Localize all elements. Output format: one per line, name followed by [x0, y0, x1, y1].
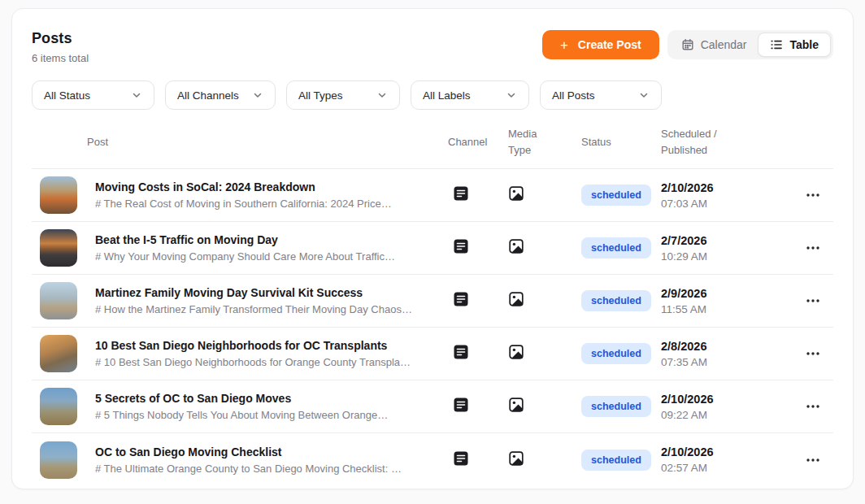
post-excerpt: # Why Your Moving Company Should Care Mo… — [95, 250, 395, 263]
chevron-down-icon — [506, 89, 517, 101]
scheduled-time: 10:29 AM — [661, 250, 801, 263]
scheduled-time: 11:55 AM — [661, 303, 801, 315]
status-badge: scheduled — [581, 396, 651, 417]
table-row[interactable]: OC to San Diego Moving Checklist # The U… — [32, 433, 833, 486]
post-excerpt: # The Ultimate Orange County to San Dieg… — [95, 463, 402, 475]
chevron-down-icon — [252, 89, 263, 101]
column-header-status: Status — [581, 134, 661, 150]
row-actions-button[interactable] — [801, 453, 825, 467]
scheduled-time: 07:03 AM — [661, 198, 801, 210]
post-thumbnail — [40, 335, 77, 372]
post-title[interactable]: Moving Costs in SoCal: 2024 Breakdown — [95, 180, 392, 193]
scheduled-date: 2/7/2026 — [661, 234, 801, 247]
post-thumbnail — [40, 388, 77, 425]
create-post-button[interactable]: + Create Post — [542, 30, 659, 59]
status-filter-dropdown[interactable]: All Status — [32, 80, 154, 110]
post-thumbnail — [40, 229, 77, 267]
column-header-scheduled: Scheduled / Published — [661, 126, 801, 159]
table-row[interactable]: 5 Secrets of OC to San Diego Moves # 5 T… — [32, 380, 833, 433]
post-excerpt: # 10 Best San Diego Neighborhoods for Or… — [95, 356, 411, 368]
channels-filter-dropdown[interactable]: All Channels — [165, 80, 276, 110]
status-badge: scheduled — [581, 290, 651, 311]
image-media-icon — [508, 450, 524, 470]
scheduled-date: 2/8/2026 — [661, 340, 801, 353]
panel-header: Posts 6 items total + Create Post — [32, 30, 833, 64]
table-row[interactable]: 10 Best San Diego Neighborhoods for OC T… — [32, 328, 833, 380]
title-block: Posts 6 items total — [32, 30, 89, 64]
row-actions-button[interactable] — [801, 241, 825, 255]
scheduled-time: 07:35 AM — [661, 356, 801, 368]
plus-icon: + — [560, 38, 568, 52]
scheduled-date: 2/10/2026 — [661, 393, 801, 406]
calendar-view-button[interactable]: Calendar — [670, 33, 759, 57]
table-row[interactable]: Beat the I-5 Traffic on Moving Day # Why… — [32, 222, 833, 275]
types-filter-dropdown[interactable]: All Types — [286, 80, 400, 110]
image-media-icon — [508, 344, 524, 363]
article-channel-icon — [453, 238, 469, 258]
post-thumbnail — [40, 282, 77, 319]
article-channel-icon — [453, 397, 469, 416]
scheduled-date: 2/10/2026 — [661, 181, 801, 194]
post-thumbnail — [40, 441, 77, 479]
status-badge: scheduled — [581, 343, 651, 364]
items-count: 6 items total — [32, 52, 89, 64]
table-view-label: Table — [789, 38, 819, 51]
channels-filter-label: All Channels — [177, 89, 239, 102]
table-row[interactable]: Moving Costs in SoCal: 2024 Breakdown # … — [32, 169, 833, 222]
status-badge: scheduled — [581, 450, 651, 471]
post-title[interactable]: Martinez Family Moving Day Survival Kit … — [95, 286, 412, 299]
posts-table: Post Channel Media Type Status Scheduled… — [32, 118, 833, 486]
list-icon — [770, 38, 783, 51]
post-excerpt: # The Real Cost of Moving in Southern Ca… — [95, 198, 392, 210]
image-media-icon — [508, 291, 524, 311]
posts-panel: Posts 6 items total + Create Post — [11, 8, 854, 489]
article-channel-icon — [453, 450, 469, 470]
chevron-down-icon — [376, 89, 388, 101]
view-toggle: Calendar Table — [667, 30, 833, 59]
status-badge: scheduled — [581, 237, 651, 259]
post-title[interactable]: Beat the I-5 Traffic on Moving Day — [95, 233, 395, 246]
filter-bar: All Status All Channels All Types All La… — [32, 80, 833, 110]
scheduled-time: 09:22 AM — [661, 409, 801, 421]
create-post-label: Create Post — [578, 38, 641, 51]
chevron-down-icon — [638, 89, 650, 101]
status-badge: scheduled — [581, 185, 651, 206]
labels-filter-label: All Labels — [423, 89, 471, 102]
image-media-icon — [508, 397, 524, 416]
posts-filter-dropdown[interactable]: All Posts — [540, 80, 662, 110]
status-filter-label: All Status — [44, 89, 90, 102]
posts-filter-label: All Posts — [552, 89, 595, 102]
row-actions-button[interactable] — [801, 188, 825, 202]
post-title[interactable]: 10 Best San Diego Neighborhoods for OC T… — [95, 339, 411, 352]
table-row[interactable]: Martinez Family Moving Day Survival Kit … — [32, 275, 833, 328]
post-thumbnail — [40, 176, 77, 214]
scheduled-time: 02:57 AM — [661, 462, 801, 474]
image-media-icon — [508, 185, 524, 205]
post-title[interactable]: OC to San Diego Moving Checklist — [95, 445, 402, 458]
labels-filter-dropdown[interactable]: All Labels — [411, 80, 529, 110]
row-actions-button[interactable] — [801, 346, 825, 361]
scheduled-date: 2/9/2026 — [661, 287, 801, 300]
column-header-channel: Channel — [448, 134, 508, 150]
chevron-down-icon — [131, 89, 142, 101]
calendar-icon — [681, 38, 694, 51]
column-header-post: Post — [32, 134, 448, 150]
scheduled-date: 2/10/2026 — [661, 445, 801, 458]
post-excerpt: # 5 Things Nobody Tells You About Moving… — [95, 409, 388, 421]
post-excerpt: # How the Martinez Family Transformed Th… — [95, 303, 412, 315]
calendar-view-label: Calendar — [701, 38, 747, 51]
row-actions-button[interactable] — [801, 399, 825, 414]
article-channel-icon — [453, 344, 469, 363]
post-title[interactable]: 5 Secrets of OC to San Diego Moves — [95, 392, 388, 405]
image-media-icon — [508, 238, 524, 258]
header-actions: + Create Post Calenda — [542, 30, 833, 59]
page-title: Posts — [32, 30, 89, 47]
table-header-row: Post Channel Media Type Status Scheduled… — [32, 118, 833, 169]
article-channel-icon — [453, 185, 469, 205]
article-channel-icon — [453, 291, 469, 311]
table-view-button[interactable]: Table — [758, 33, 831, 57]
types-filter-label: All Types — [298, 89, 343, 102]
row-actions-button[interactable] — [801, 293, 825, 308]
column-header-media-type: Media Type — [508, 126, 581, 159]
